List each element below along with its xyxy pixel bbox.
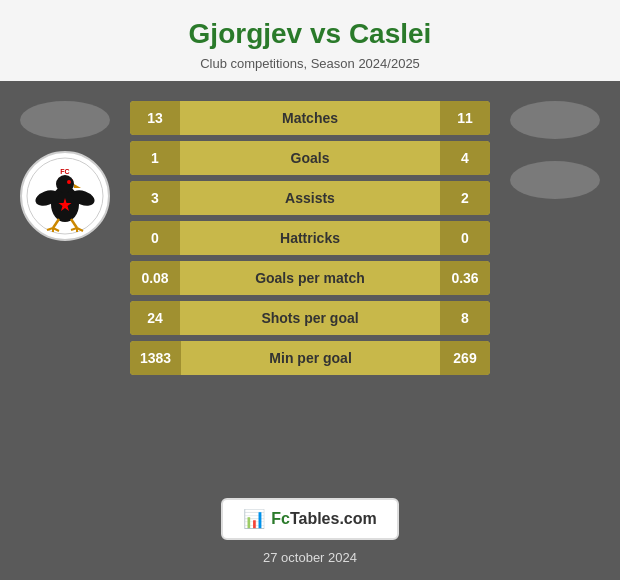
stat-row: 1383 Min per goal 269 bbox=[130, 341, 490, 375]
stat-left-value: 1383 bbox=[130, 341, 181, 375]
stat-right-value: 11 bbox=[440, 101, 490, 135]
fctables-text: FcTables.com bbox=[271, 510, 377, 528]
svg-point-6 bbox=[67, 180, 71, 184]
right-team-logos bbox=[500, 101, 610, 199]
stat-left-value: 13 bbox=[130, 101, 180, 135]
stat-left-value: 1 bbox=[130, 141, 180, 175]
stat-row: 1 Goals 4 bbox=[130, 141, 490, 175]
right-logo-oval-top bbox=[510, 101, 600, 139]
page-title: Gjorgjev vs Caslei bbox=[10, 18, 610, 50]
right-logo-oval-bottom bbox=[510, 161, 600, 199]
stat-label: Shots per goal bbox=[180, 310, 440, 326]
subtitle: Club competitions, Season 2024/2025 bbox=[10, 56, 610, 71]
stat-row: 0 Hattricks 0 bbox=[130, 221, 490, 255]
stat-right-value: 269 bbox=[440, 341, 490, 375]
stat-label: Matches bbox=[180, 110, 440, 126]
stat-label: Min per goal bbox=[181, 350, 440, 366]
stat-right-value: 0 bbox=[440, 221, 490, 255]
stats-container: 13 Matches 11 1 Goals 4 3 Assists 2 0 Ha… bbox=[130, 101, 490, 375]
stat-label: Goals bbox=[180, 150, 440, 166]
svg-point-4 bbox=[56, 175, 74, 193]
stat-right-value: 0.36 bbox=[440, 261, 490, 295]
footer-date: 27 october 2024 bbox=[263, 550, 357, 565]
stat-label: Hattricks bbox=[180, 230, 440, 246]
svg-text:FC: FC bbox=[60, 168, 69, 175]
stat-row: 0.08 Goals per match 0.36 bbox=[130, 261, 490, 295]
header-section: Gjorgjev vs Caslei Club competitions, Se… bbox=[0, 0, 620, 81]
stat-row: 24 Shots per goal 8 bbox=[130, 301, 490, 335]
stat-label: Assists bbox=[180, 190, 440, 206]
stat-left-value: 3 bbox=[130, 181, 180, 215]
left-team-logos: FC Aarau bbox=[10, 101, 120, 241]
stat-row: 13 Matches 11 bbox=[130, 101, 490, 135]
stat-right-value: 4 bbox=[440, 141, 490, 175]
left-logo-oval-top bbox=[20, 101, 110, 139]
stat-row: 3 Assists 2 bbox=[130, 181, 490, 215]
footer-section: 📊 FcTables.com 27 october 2024 bbox=[0, 490, 620, 580]
fctables-badge: 📊 FcTables.com bbox=[221, 498, 399, 540]
stat-left-value: 24 bbox=[130, 301, 180, 335]
stat-left-value: 0.08 bbox=[130, 261, 180, 295]
main-content: FC Aarau bbox=[0, 81, 620, 490]
left-team-badge: FC Aarau bbox=[20, 151, 110, 241]
stat-left-value: 0 bbox=[130, 221, 180, 255]
chart-icon: 📊 bbox=[243, 508, 265, 530]
stat-right-value: 2 bbox=[440, 181, 490, 215]
stat-label: Goals per match bbox=[180, 270, 440, 286]
stat-right-value: 8 bbox=[440, 301, 490, 335]
